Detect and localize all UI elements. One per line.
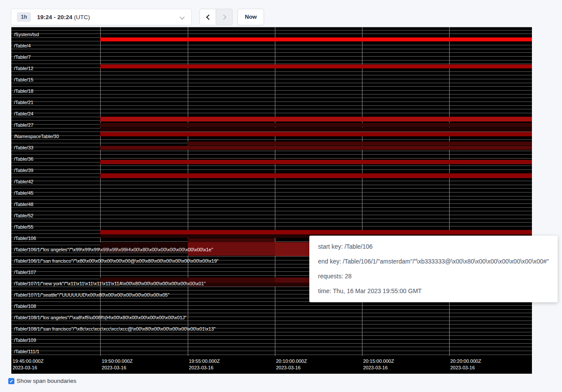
tick-date: 2023-03-16 — [450, 365, 481, 371]
tooltip-end-key: end key: /Table/106/1/"amsterdam"/"\xb33… — [318, 254, 549, 269]
range-preset-badge: 1h — [17, 12, 31, 22]
grid-line-horizontal — [11, 60, 532, 61]
grid-line-vertical — [362, 27, 362, 356]
heat-band[interactable] — [100, 230, 532, 234]
grid-line-horizontal — [11, 192, 532, 193]
grid-line-vertical — [188, 27, 188, 356]
row-key-label: /Table/109 — [14, 338, 36, 343]
grid-line-horizontal — [11, 109, 532, 109]
show-span-boundaries-checkbox[interactable]: ✓ — [8, 378, 14, 384]
x-axis-tick-label: 19:50:00.000Z2023-03-16 — [102, 358, 133, 371]
grid-line-horizontal — [11, 339, 532, 340]
tooltip-time: time: Thu, 16 Mar 2023 19:55:00 GMT — [318, 284, 549, 298]
row-key-label: /Table/111/1 — [14, 349, 39, 355]
row-key-label: /Table/106/1/"san francisco"/"\x80\x00\x… — [14, 258, 219, 264]
x-axis-tick-label: 19:55:00.000Z2023-03-16 — [189, 358, 220, 371]
tooltip-requests: requests: 28 — [318, 269, 549, 284]
grid-line-horizontal — [11, 347, 532, 347]
heat-band[interactable] — [100, 123, 532, 127]
row-key-label: /Table/18 — [14, 88, 34, 94]
row-key-label: /Table/108 — [14, 304, 36, 309]
range-utc-suffix: (UTC) — [72, 14, 90, 20]
grid-line-horizontal — [11, 305, 532, 306]
time-range-selector[interactable]: 1h 19:24 - 20:24 (UTC) — [11, 9, 192, 25]
heat-band[interactable] — [100, 117, 532, 122]
grid-line-vertical — [100, 27, 101, 356]
range-times: 19:24 - 20:24 — [37, 14, 72, 20]
grid-line-horizontal — [11, 90, 532, 91]
toolbar: 1h 19:24 - 20:24 (UTC) Now — [0, 0, 562, 27]
row-key-label: /Table/55 — [14, 224, 34, 230]
row-key-label: /Table/108/1/"san francisco"/"\x8c\xcc\x… — [14, 326, 216, 332]
row-key-label: /Table/7 — [14, 54, 31, 60]
tick-date: 2023-03-16 — [189, 365, 220, 371]
tick-date: 2023-03-16 — [363, 365, 394, 371]
row-key-label: /Table/106/1/"los angeles"/"\x99\x99\x99… — [14, 247, 213, 253]
heat-band[interactable] — [100, 132, 532, 136]
range-nav-group — [200, 9, 233, 25]
row-key-label: /Table/106 — [14, 236, 36, 241]
grid-line-horizontal — [11, 105, 532, 106]
next-range-button[interactable] — [216, 9, 233, 25]
grid-line-horizontal — [11, 343, 532, 344]
grid-line-horizontal — [11, 45, 532, 45]
key-visualizer-canvas[interactable]: /System/tsd/Table/4/Table/7/Table/12/Tab… — [11, 27, 532, 374]
tooltip-start-key: start key: /Table/106 — [318, 239, 549, 254]
grid-line-horizontal — [11, 154, 532, 155]
grid-line-horizontal — [11, 196, 532, 196]
heat-band[interactable] — [100, 64, 532, 68]
row-key-label: /Table/42 — [14, 179, 34, 185]
grid-line-horizontal — [11, 151, 532, 151]
grid-line-horizontal — [11, 222, 532, 223]
grid-line-horizontal — [11, 101, 532, 102]
row-key-label: /Table/36 — [14, 156, 34, 162]
grid-line-horizontal — [11, 207, 532, 208]
heat-band[interactable] — [100, 37, 532, 41]
grid-line-horizontal — [11, 199, 532, 200]
now-button[interactable]: Now — [237, 9, 264, 25]
row-key-label: /Table/45 — [14, 190, 34, 196]
row-key-label: /Table/52 — [14, 213, 34, 219]
row-key-label: /Table/27 — [14, 122, 34, 128]
heat-band[interactable] — [100, 128, 532, 132]
x-axis-tick-label: 19:45:00.000Z2023-03-16 — [13, 358, 44, 371]
x-axis-tick-label: 20:20:00.000Z2023-03-16 — [450, 358, 481, 371]
grid-line-horizontal — [11, 335, 532, 336]
tick-time: 20:10:00.000Z — [276, 358, 307, 365]
grid-line-horizontal — [11, 215, 532, 215]
tick-time: 19:45:00.000Z — [13, 358, 44, 365]
grid-line-horizontal — [11, 185, 532, 185]
heat-band[interactable] — [100, 146, 532, 150]
tick-time: 20:15:00.000Z — [363, 358, 394, 365]
tick-time: 19:55:00.000Z — [189, 358, 220, 365]
grid-line-horizontal — [11, 166, 532, 166]
grid-line-vertical — [449, 27, 450, 356]
range-label: 19:24 - 20:24 (UTC) — [37, 14, 90, 20]
row-key-label: /Table/107/1/"new york"/"\x11\x11\x11\x1… — [14, 281, 206, 287]
grid-line-horizontal — [11, 158, 532, 159]
grid-line-horizontal — [11, 79, 532, 79]
row-key-label: /Table/108/1/"los angeles"/"\xa8\xf5\u00… — [14, 315, 186, 321]
row-key-label: /NamespaceTable/30 — [14, 134, 59, 139]
grid-line-horizontal — [11, 351, 532, 351]
chevron-down-icon — [179, 14, 184, 19]
grid-line-horizontal — [11, 75, 532, 75]
grid-line-horizontal — [11, 226, 532, 226]
heat-band[interactable] — [188, 238, 275, 242]
grid-line-horizontal — [11, 56, 532, 57]
prev-range-button[interactable] — [200, 9, 216, 25]
grid-line-horizontal — [11, 94, 532, 95]
grid-line-horizontal — [11, 309, 532, 310]
row-key-label: /Table/24 — [14, 111, 34, 117]
x-axis-tick-label: 20:15:00.000Z2023-03-16 — [363, 358, 394, 371]
heat-band[interactable] — [100, 173, 532, 178]
grid-line-horizontal — [11, 203, 532, 204]
chevron-left-icon — [206, 14, 212, 20]
row-key-label: /Table/12 — [14, 66, 34, 71]
grid-line-horizontal — [11, 27, 532, 27]
tick-time: 20:20:00.000Z — [450, 358, 481, 365]
heat-band[interactable] — [100, 160, 532, 164]
grid-line-horizontal — [11, 169, 532, 170]
heat-band[interactable] — [188, 142, 532, 145]
grid-line-horizontal — [11, 355, 532, 355]
